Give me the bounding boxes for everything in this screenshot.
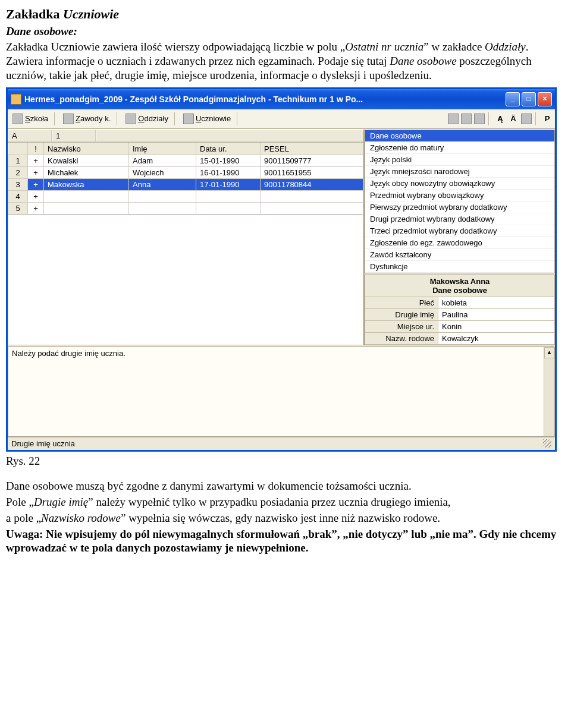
scrollbar[interactable]: ▲: [544, 347, 554, 436]
side-list-item[interactable]: Pierwszy przedmiot wybrany dodatkowy: [365, 201, 554, 213]
side-category-list: Dane osoboweZgłoszenie do maturyJęzyk po…: [365, 130, 555, 273]
side-list-item[interactable]: Język obcy nowożytny obowiązkowy: [365, 178, 554, 190]
detail-value[interactable]: Paulina: [438, 309, 554, 320]
side-list-item[interactable]: Zgłoszenie do matury: [365, 142, 554, 154]
app-window: Hermes_ponadgim_2009 - Zespół Szkół Pona…: [6, 87, 557, 452]
side-list-item[interactable]: Trzeci przedmiot wybrany dodatkowy: [365, 225, 554, 237]
close-button[interactable]: ×: [538, 92, 552, 106]
scroll-up-icon[interactable]: ▲: [544, 347, 554, 358]
detail-label: Miejsce ur.: [365, 321, 438, 332]
detail-panel: Makowska Anna Dane osobowe PłećkobietaDr…: [365, 275, 555, 345]
side-list-item[interactable]: Język polski: [365, 154, 554, 166]
side-list-item[interactable]: Zawód kształcony: [365, 249, 554, 261]
building-icon: [63, 114, 74, 124]
side-list-item[interactable]: Przedmiot wybrany obowiązkowy: [365, 190, 554, 201]
side-list-item[interactable]: Drugi przedmiot wybrany dodatkowy: [365, 213, 554, 225]
table-row[interactable]: 3+MakowskaAnna17-01-199090011780844: [8, 178, 363, 190]
app-icon: [11, 94, 21, 105]
table-row[interactable]: 5+: [8, 202, 363, 214]
status-text: Drugie imię ucznia: [11, 439, 75, 448]
detail-row: Miejsce ur.Konin: [365, 321, 554, 333]
detail-label: Nazw. rodowe: [365, 333, 438, 344]
col-imie[interactable]: Imię: [129, 143, 196, 155]
toolbar-icon-3[interactable]: [474, 114, 485, 124]
toolbar: SzkołaZawody k.OddziałyUczniowie Ą Ä P: [8, 109, 555, 129]
side-list-item[interactable]: Dane osobowe: [365, 130, 554, 142]
maximize-button[interactable]: □: [522, 92, 536, 106]
paragraph-2: Dane osobowe muszą być zgodne z danymi z…: [6, 479, 565, 493]
tab-uczniowie[interactable]: Uczniowie: [181, 113, 233, 125]
building-icon: [126, 114, 136, 124]
paragraph-warning: Uwaga: Nie wpisujemy do pól niewymagalny…: [6, 527, 565, 556]
window-title: Hermes_ponadgim_2009 - Zespół Szkół Pona…: [24, 94, 504, 104]
paragraph-3: Pole „Drugie imię” należy wypełnić tylko…: [6, 495, 565, 509]
col-pesel[interactable]: PESEL: [261, 143, 363, 155]
col-flag[interactable]: !: [28, 143, 44, 155]
subheading: Dane osobowe:: [6, 24, 565, 39]
minimize-button[interactable]: _: [506, 92, 520, 106]
table-row[interactable]: 1+KowalskiAdam15-01-199090011509777: [8, 155, 363, 166]
col-data[interactable]: Data ur.: [196, 143, 261, 155]
col-idx[interactable]: [8, 143, 28, 155]
detail-row: Nazw. rodoweKowalczyk: [365, 333, 554, 345]
help-icon[interactable]: [521, 114, 532, 124]
filter-col-a[interactable]: A: [8, 130, 52, 142]
titlebar: Hermes_ponadgim_2009 - Zespół Szkół Pona…: [8, 89, 555, 109]
note-text: Należy podać drugie imię ucznia.: [8, 347, 544, 436]
detail-row: Drugie imięPaulina: [365, 309, 554, 321]
side-list-item[interactable]: Język mniejszości narodowej: [365, 166, 554, 178]
side-list-item[interactable]: Zgłoszenie do egz. zawodowego: [365, 237, 554, 249]
detail-row: Płećkobieta: [365, 297, 554, 309]
side-list-item[interactable]: Dysfunkcje: [365, 261, 554, 273]
detail-value[interactable]: kobieta: [438, 297, 554, 308]
statusbar: Drugie imię ucznia: [8, 437, 555, 450]
students-table: ! Nazwisko Imię Data ur. PESEL 1+Kowalsk…: [8, 143, 363, 215]
building-icon: [12, 114, 23, 124]
detail-label: Płeć: [365, 297, 438, 308]
detail-title: Makowska Anna Dane osobowe: [365, 275, 554, 297]
table-row[interactable]: 2+MichałekWojciech16-01-199090011651955: [8, 166, 363, 178]
building-icon: [183, 114, 194, 124]
note-area: Należy podać drugie imię ucznia. ▲: [8, 346, 555, 437]
detail-value[interactable]: Konin: [438, 321, 554, 332]
section-heading: Zakładka Uczniowie: [6, 6, 565, 23]
figure-caption: Rys. 22: [6, 454, 565, 468]
toolbar-icon-1[interactable]: [448, 114, 459, 124]
detail-value[interactable]: Kowalczyk: [438, 333, 554, 344]
paragraph-1: Zakładka Uczniowie zawiera ilość wierszy…: [6, 40, 565, 82]
toolbar-icon-2[interactable]: [461, 114, 472, 124]
detail-label: Drugie imię: [365, 309, 438, 320]
p-button[interactable]: P: [542, 114, 553, 123]
tab-zawody[interactable]: Zawody k.: [61, 113, 113, 125]
table-row[interactable]: 4+: [8, 190, 363, 202]
letter-button-a2[interactable]: Ä: [508, 114, 519, 123]
col-nazwisko[interactable]: Nazwisko: [44, 143, 129, 155]
filter-col-b[interactable]: 1: [52, 130, 96, 142]
tab-szkola[interactable]: Szkoła: [10, 113, 51, 125]
resize-grip-icon[interactable]: [543, 439, 551, 447]
letter-button-a1[interactable]: Ą: [495, 114, 506, 123]
tab-oddzialy[interactable]: Oddziały: [123, 113, 171, 125]
paragraph-4: a pole „Nazwisko rodowe” wypełnia się wó…: [6, 511, 565, 525]
